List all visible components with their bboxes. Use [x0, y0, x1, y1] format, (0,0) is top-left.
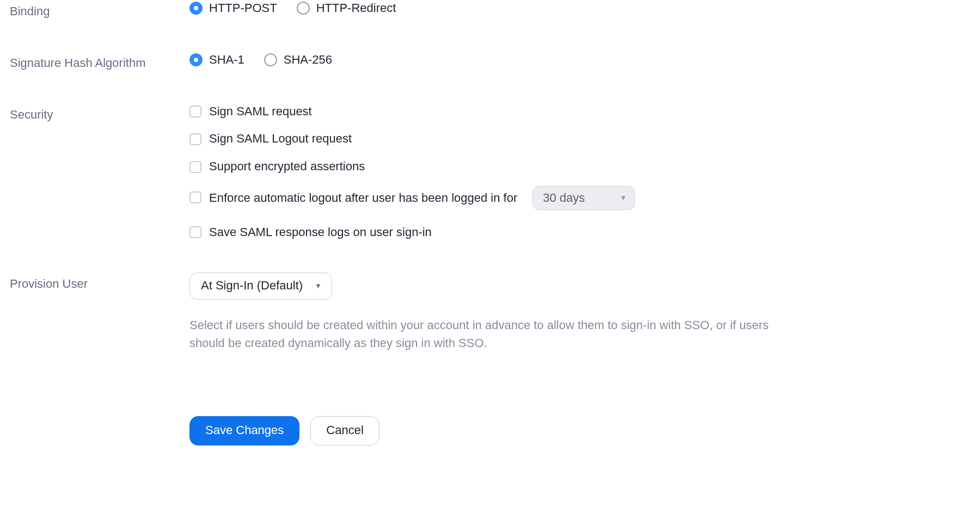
- radio-label: HTTP-Redirect: [316, 0, 396, 17]
- radio-sha1[interactable]: SHA-1: [189, 52, 244, 69]
- check-save-logs[interactable]: Save SAML response logs on user sign-in: [189, 224, 970, 241]
- select-value: 30 days: [543, 190, 585, 207]
- checkbox-icon: [189, 161, 201, 173]
- checkbox-icon: [189, 106, 201, 117]
- radio-dot-icon: [189, 53, 203, 66]
- radio-http-redirect[interactable]: HTTP-Redirect: [297, 0, 396, 17]
- row-binding: Binding HTTP-POST HTTP-Redirect: [10, 0, 970, 20]
- button-row: Save Changes Cancel: [189, 416, 970, 446]
- label-security: Security: [10, 103, 189, 123]
- chevron-down-icon: ▼: [620, 193, 627, 203]
- chevron-down-icon: ▼: [315, 281, 322, 291]
- radio-dot-icon: [297, 2, 310, 15]
- check-encrypted-assertions[interactable]: Support encrypted assertions: [189, 158, 970, 175]
- row-provision: Provision User At Sign-In (Default) ▼ Se…: [10, 273, 970, 352]
- logout-duration-select[interactable]: 30 days ▼: [532, 186, 635, 210]
- check-sign-logout[interactable]: Sign SAML Logout request: [189, 131, 970, 147]
- provision-help-text: Select if users should be created within…: [189, 316, 805, 352]
- checkbox-icon: [189, 133, 201, 145]
- checkbox-label: Sign SAML Logout request: [209, 131, 352, 147]
- security-checklist: Sign SAML request Sign SAML Logout reque…: [189, 103, 970, 241]
- radio-group-binding: HTTP-POST HTTP-Redirect: [189, 0, 970, 17]
- checkbox-icon: [189, 191, 201, 203]
- provision-user-select[interactable]: At Sign-In (Default) ▼: [189, 273, 332, 300]
- radio-label: HTTP-POST: [209, 0, 277, 17]
- checkbox-label: Save SAML response logs on user sign-in: [209, 224, 432, 241]
- save-button[interactable]: Save Changes: [189, 416, 299, 446]
- checkbox-label: Enforce automatic logout after user has …: [209, 190, 517, 207]
- label-hash: Signature Hash Algorithm: [10, 52, 189, 72]
- radio-label: SHA-1: [209, 52, 244, 69]
- cancel-button[interactable]: Cancel: [310, 416, 379, 446]
- button-label: Cancel: [326, 422, 363, 439]
- radio-dot-icon: [264, 53, 277, 66]
- checkbox-label: Support encrypted assertions: [209, 158, 365, 175]
- radio-dot-icon: [189, 2, 203, 15]
- check-sign-request[interactable]: Sign SAML request: [189, 103, 970, 120]
- label-provision: Provision User: [10, 273, 189, 293]
- radio-sha256[interactable]: SHA-256: [264, 52, 332, 69]
- row-buttons: Save Changes Cancel: [10, 352, 970, 446]
- row-hash: Signature Hash Algorithm SHA-1 SHA-256: [10, 52, 970, 72]
- button-label: Save Changes: [205, 422, 284, 439]
- check-enforce-logout[interactable]: Enforce automatic logout after user has …: [189, 186, 970, 210]
- radio-http-post[interactable]: HTTP-POST: [189, 0, 277, 17]
- radio-label: SHA-256: [284, 52, 332, 69]
- row-security: Security Sign SAML request Sign SAML Log…: [10, 103, 970, 241]
- radio-group-hash: SHA-1 SHA-256: [189, 52, 970, 69]
- checkbox-label: Sign SAML request: [209, 103, 312, 120]
- label-binding: Binding: [10, 0, 189, 20]
- checkbox-icon: [189, 226, 201, 238]
- saml-settings-form: Binding HTTP-POST HTTP-Redirect Signatur…: [0, 0, 980, 462]
- select-value: At Sign-In (Default): [201, 277, 303, 294]
